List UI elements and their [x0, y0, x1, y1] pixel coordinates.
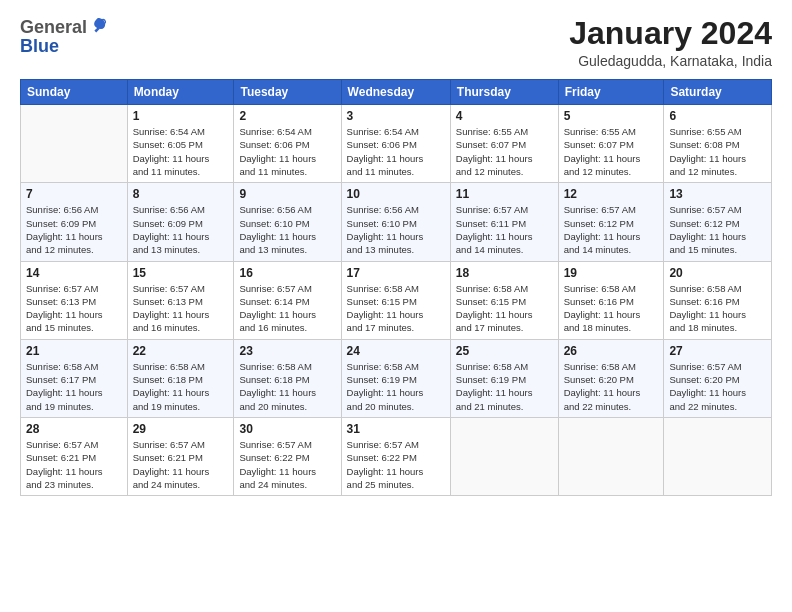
calendar-cell: 7Sunrise: 6:56 AM Sunset: 6:09 PM Daylig… [21, 183, 128, 261]
calendar-cell: 17Sunrise: 6:58 AM Sunset: 6:15 PM Dayli… [341, 261, 450, 339]
day-of-week-header: Thursday [450, 80, 558, 105]
day-number: 29 [133, 422, 229, 436]
calendar-cell: 29Sunrise: 6:57 AM Sunset: 6:21 PM Dayli… [127, 417, 234, 495]
day-number: 28 [26, 422, 122, 436]
day-of-week-header: Tuesday [234, 80, 341, 105]
day-number: 9 [239, 187, 335, 201]
day-detail: Sunrise: 6:55 AM Sunset: 6:08 PM Dayligh… [669, 125, 766, 178]
logo-general: General [20, 17, 87, 38]
day-number: 6 [669, 109, 766, 123]
calendar-cell: 14Sunrise: 6:57 AM Sunset: 6:13 PM Dayli… [21, 261, 128, 339]
day-of-week-header: Monday [127, 80, 234, 105]
month-title: January 2024 [569, 16, 772, 51]
calendar-cell: 31Sunrise: 6:57 AM Sunset: 6:22 PM Dayli… [341, 417, 450, 495]
calendar-cell: 20Sunrise: 6:58 AM Sunset: 6:16 PM Dayli… [664, 261, 772, 339]
day-number: 3 [347, 109, 445, 123]
day-number: 20 [669, 266, 766, 280]
day-detail: Sunrise: 6:57 AM Sunset: 6:14 PM Dayligh… [239, 282, 335, 335]
calendar-cell: 27Sunrise: 6:57 AM Sunset: 6:20 PM Dayli… [664, 339, 772, 417]
day-number: 21 [26, 344, 122, 358]
day-detail: Sunrise: 6:56 AM Sunset: 6:10 PM Dayligh… [239, 203, 335, 256]
calendar-cell: 13Sunrise: 6:57 AM Sunset: 6:12 PM Dayli… [664, 183, 772, 261]
day-detail: Sunrise: 6:57 AM Sunset: 6:12 PM Dayligh… [564, 203, 659, 256]
day-detail: Sunrise: 6:57 AM Sunset: 6:22 PM Dayligh… [347, 438, 445, 491]
calendar-cell: 6Sunrise: 6:55 AM Sunset: 6:08 PM Daylig… [664, 105, 772, 183]
day-number: 4 [456, 109, 553, 123]
day-number: 10 [347, 187, 445, 201]
calendar-week-row: 7Sunrise: 6:56 AM Sunset: 6:09 PM Daylig… [21, 183, 772, 261]
day-detail: Sunrise: 6:57 AM Sunset: 6:22 PM Dayligh… [239, 438, 335, 491]
day-detail: Sunrise: 6:58 AM Sunset: 6:16 PM Dayligh… [669, 282, 766, 335]
day-number: 11 [456, 187, 553, 201]
header: General Blue January 2024 Guledagudda, K… [20, 16, 772, 69]
day-number: 5 [564, 109, 659, 123]
day-detail: Sunrise: 6:58 AM Sunset: 6:19 PM Dayligh… [347, 360, 445, 413]
logo-blue: Blue [20, 36, 107, 57]
day-detail: Sunrise: 6:58 AM Sunset: 6:18 PM Dayligh… [133, 360, 229, 413]
day-number: 8 [133, 187, 229, 201]
day-of-week-header: Saturday [664, 80, 772, 105]
calendar-week-row: 14Sunrise: 6:57 AM Sunset: 6:13 PM Dayli… [21, 261, 772, 339]
day-detail: Sunrise: 6:56 AM Sunset: 6:10 PM Dayligh… [347, 203, 445, 256]
day-detail: Sunrise: 6:56 AM Sunset: 6:09 PM Dayligh… [26, 203, 122, 256]
calendar-cell: 16Sunrise: 6:57 AM Sunset: 6:14 PM Dayli… [234, 261, 341, 339]
calendar-cell: 21Sunrise: 6:58 AM Sunset: 6:17 PM Dayli… [21, 339, 128, 417]
calendar-cell: 25Sunrise: 6:58 AM Sunset: 6:19 PM Dayli… [450, 339, 558, 417]
day-number: 2 [239, 109, 335, 123]
day-number: 24 [347, 344, 445, 358]
day-of-week-header: Sunday [21, 80, 128, 105]
day-number: 7 [26, 187, 122, 201]
day-detail: Sunrise: 6:58 AM Sunset: 6:16 PM Dayligh… [564, 282, 659, 335]
day-number: 1 [133, 109, 229, 123]
day-detail: Sunrise: 6:57 AM Sunset: 6:21 PM Dayligh… [26, 438, 122, 491]
logo: General Blue [20, 16, 107, 57]
calendar-cell: 15Sunrise: 6:57 AM Sunset: 6:13 PM Dayli… [127, 261, 234, 339]
page: General Blue January 2024 Guledagudda, K… [0, 0, 792, 612]
calendar-cell [558, 417, 664, 495]
calendar-week-row: 21Sunrise: 6:58 AM Sunset: 6:17 PM Dayli… [21, 339, 772, 417]
calendar-cell [664, 417, 772, 495]
calendar-cell: 4Sunrise: 6:55 AM Sunset: 6:07 PM Daylig… [450, 105, 558, 183]
day-of-week-header: Wednesday [341, 80, 450, 105]
day-number: 17 [347, 266, 445, 280]
day-detail: Sunrise: 6:54 AM Sunset: 6:05 PM Dayligh… [133, 125, 229, 178]
calendar-cell: 24Sunrise: 6:58 AM Sunset: 6:19 PM Dayli… [341, 339, 450, 417]
calendar-week-row: 28Sunrise: 6:57 AM Sunset: 6:21 PM Dayli… [21, 417, 772, 495]
day-detail: Sunrise: 6:55 AM Sunset: 6:07 PM Dayligh… [456, 125, 553, 178]
calendar-cell: 3Sunrise: 6:54 AM Sunset: 6:06 PM Daylig… [341, 105, 450, 183]
calendar-cell: 30Sunrise: 6:57 AM Sunset: 6:22 PM Dayli… [234, 417, 341, 495]
calendar-cell: 26Sunrise: 6:58 AM Sunset: 6:20 PM Dayli… [558, 339, 664, 417]
calendar-cell: 28Sunrise: 6:57 AM Sunset: 6:21 PM Dayli… [21, 417, 128, 495]
day-number: 13 [669, 187, 766, 201]
calendar-cell: 5Sunrise: 6:55 AM Sunset: 6:07 PM Daylig… [558, 105, 664, 183]
day-number: 15 [133, 266, 229, 280]
calendar-cell: 9Sunrise: 6:56 AM Sunset: 6:10 PM Daylig… [234, 183, 341, 261]
calendar-cell: 1Sunrise: 6:54 AM Sunset: 6:05 PM Daylig… [127, 105, 234, 183]
day-detail: Sunrise: 6:57 AM Sunset: 6:12 PM Dayligh… [669, 203, 766, 256]
day-number: 23 [239, 344, 335, 358]
calendar-cell [21, 105, 128, 183]
logo-bird-icon [89, 16, 107, 38]
day-number: 14 [26, 266, 122, 280]
day-of-week-header: Friday [558, 80, 664, 105]
calendar-week-row: 1Sunrise: 6:54 AM Sunset: 6:05 PM Daylig… [21, 105, 772, 183]
day-detail: Sunrise: 6:57 AM Sunset: 6:21 PM Dayligh… [133, 438, 229, 491]
day-detail: Sunrise: 6:55 AM Sunset: 6:07 PM Dayligh… [564, 125, 659, 178]
calendar-table: SundayMondayTuesdayWednesdayThursdayFrid… [20, 79, 772, 496]
calendar-cell: 18Sunrise: 6:58 AM Sunset: 6:15 PM Dayli… [450, 261, 558, 339]
calendar-cell: 19Sunrise: 6:58 AM Sunset: 6:16 PM Dayli… [558, 261, 664, 339]
calendar-cell [450, 417, 558, 495]
day-detail: Sunrise: 6:57 AM Sunset: 6:11 PM Dayligh… [456, 203, 553, 256]
day-detail: Sunrise: 6:58 AM Sunset: 6:20 PM Dayligh… [564, 360, 659, 413]
day-detail: Sunrise: 6:58 AM Sunset: 6:15 PM Dayligh… [456, 282, 553, 335]
day-number: 18 [456, 266, 553, 280]
title-block: January 2024 Guledagudda, Karnataka, Ind… [569, 16, 772, 69]
day-number: 27 [669, 344, 766, 358]
location: Guledagudda, Karnataka, India [569, 53, 772, 69]
day-detail: Sunrise: 6:58 AM Sunset: 6:17 PM Dayligh… [26, 360, 122, 413]
calendar-cell: 2Sunrise: 6:54 AM Sunset: 6:06 PM Daylig… [234, 105, 341, 183]
day-detail: Sunrise: 6:57 AM Sunset: 6:13 PM Dayligh… [26, 282, 122, 335]
day-number: 25 [456, 344, 553, 358]
day-detail: Sunrise: 6:57 AM Sunset: 6:13 PM Dayligh… [133, 282, 229, 335]
day-detail: Sunrise: 6:57 AM Sunset: 6:20 PM Dayligh… [669, 360, 766, 413]
